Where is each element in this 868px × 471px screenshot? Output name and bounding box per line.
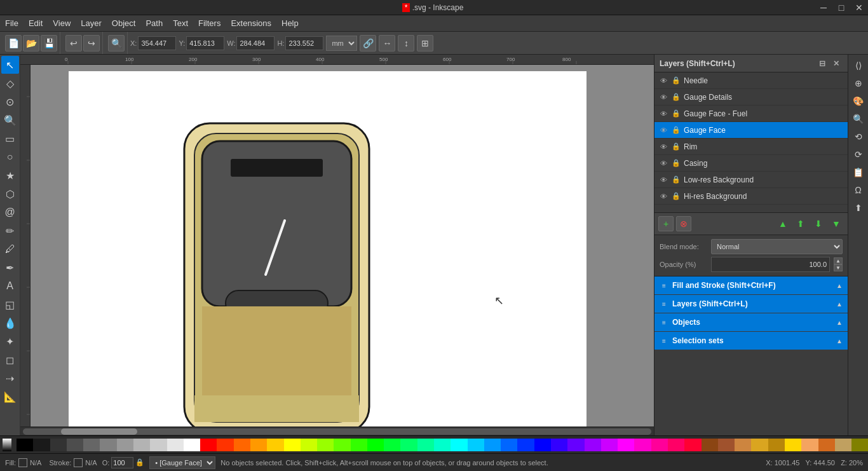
redo-history-button[interactable]: ⟳ xyxy=(850,146,867,163)
color-swatch[interactable] xyxy=(117,439,133,451)
symbols-button[interactable]: Ω xyxy=(850,182,867,198)
color-swatch[interactable] xyxy=(567,439,584,451)
menu-item-object[interactable]: Object xyxy=(107,17,141,29)
eraser-tool[interactable]: ◻ xyxy=(1,351,19,369)
layer-lock-toggle[interactable]: 🔒 xyxy=(671,175,681,185)
clipboard-button[interactable]: 📋 xyxy=(850,164,867,181)
color-swatch[interactable] xyxy=(133,439,150,451)
layer-lock-toggle[interactable]: 🔒 xyxy=(671,142,681,152)
menu-item-text[interactable]: Text xyxy=(168,17,193,29)
circle-tool[interactable]: ○ xyxy=(1,148,19,166)
move-layer-up-button[interactable]: ▲ xyxy=(775,216,790,231)
color-swatch[interactable] xyxy=(684,439,701,451)
undo-history-button[interactable]: ⟲ xyxy=(850,128,867,145)
panel-header-objects[interactable]: ≡Objects▲ xyxy=(654,313,848,331)
panel-header-layers[interactable]: ≡Layers (Shift+Ctrl+L)▲ xyxy=(654,295,848,313)
layer-row[interactable]: 👁🔒Low-res Background xyxy=(654,172,848,188)
color-swatch[interactable] xyxy=(17,439,33,451)
x-input[interactable] xyxy=(138,36,176,50)
layer-row[interactable]: 👁🔒Casing xyxy=(654,155,848,172)
color-swatch[interactable] xyxy=(317,439,334,451)
menu-item-filters[interactable]: Filters xyxy=(193,17,226,29)
color-swatch[interactable] xyxy=(400,439,417,451)
layer-visibility-toggle[interactable]: 👁 xyxy=(658,142,668,152)
layer-row[interactable]: 👁🔒Gauge Face xyxy=(654,122,848,139)
move-layer-down2-button[interactable]: ▼ xyxy=(829,216,844,231)
panel-expand-arrow[interactable]: ▲ xyxy=(836,301,843,308)
layer-lock-toggle[interactable]: 🔒 xyxy=(671,158,681,168)
current-layer-selector[interactable]: • [Gauge Face] xyxy=(149,456,215,469)
zoom-in-button[interactable]: 🔍 xyxy=(108,35,125,51)
color-swatch[interactable] xyxy=(801,439,818,451)
color-swatch[interactable] xyxy=(184,439,200,451)
export-button[interactable]: ⬆ xyxy=(850,200,867,216)
menu-item-view[interactable]: View xyxy=(48,17,76,29)
color-swatch[interactable] xyxy=(301,439,317,451)
gradient-tool[interactable]: ◱ xyxy=(1,296,19,313)
layer-visibility-toggle[interactable]: 👁 xyxy=(658,191,668,201)
w-input[interactable] xyxy=(236,36,275,50)
layer-row[interactable]: 👁🔒Rim xyxy=(654,139,848,155)
color-swatch[interactable] xyxy=(751,439,768,451)
color-swatch[interactable] xyxy=(585,439,601,451)
color-swatch[interactable] xyxy=(100,439,116,451)
color-swatch[interactable] xyxy=(785,439,801,451)
menu-item-extensions[interactable]: Extensions xyxy=(226,17,276,29)
measure-tool[interactable]: 📐 xyxy=(1,388,19,406)
layer-row[interactable]: 👁🔒Gauge Details xyxy=(654,89,848,106)
layer-lock-toggle[interactable]: 🔒 xyxy=(671,76,681,86)
unit-selector[interactable]: mm xyxy=(326,36,357,51)
layer-visibility-toggle[interactable]: 👁 xyxy=(658,92,668,102)
layer-row[interactable]: 👁🔒Gauge Face - Fuel xyxy=(654,106,848,122)
color-swatch[interactable] xyxy=(818,439,835,451)
calligraphy-tool[interactable]: ✒ xyxy=(1,259,19,276)
color-swatch[interactable] xyxy=(517,439,534,451)
dropper-tool[interactable]: 💧 xyxy=(1,314,19,332)
y-input[interactable] xyxy=(186,36,224,50)
layer-row[interactable]: 👁🔒Needle xyxy=(654,72,848,89)
color-swatch[interactable] xyxy=(200,439,217,451)
minimize-button[interactable]: ─ xyxy=(815,0,832,15)
lock-ratio-button[interactable]: 🔗 xyxy=(360,35,376,51)
blend-mode-select[interactable]: Normal xyxy=(711,239,843,254)
3d-tool[interactable]: ⬡ xyxy=(1,185,19,203)
zoom-tool[interactable]: 🔍 xyxy=(1,111,19,129)
open-button[interactable]: 📂 xyxy=(23,35,39,51)
layer-lock-toggle[interactable]: 🔒 xyxy=(671,92,681,102)
color-swatch[interactable] xyxy=(501,439,517,451)
color-swatch[interactable] xyxy=(468,439,484,451)
color-swatch[interactable] xyxy=(634,439,651,451)
color-swatch[interactable] xyxy=(384,439,400,451)
panel-expand-arrow[interactable]: ▲ xyxy=(836,319,843,326)
redo-button[interactable]: ↪ xyxy=(83,35,100,51)
color-swatch[interactable] xyxy=(150,439,166,451)
panel-expand-arrow[interactable]: ▲ xyxy=(836,338,843,345)
flip-v-button[interactable]: ↕ xyxy=(398,35,414,51)
layers-settings-button[interactable]: ⊟ xyxy=(816,57,829,70)
color-swatch[interactable] xyxy=(83,439,100,451)
menu-item-help[interactable]: Help xyxy=(276,17,304,29)
opacity-down-button[interactable]: ▼ xyxy=(834,264,843,271)
color-swatch[interactable] xyxy=(434,439,451,451)
maximize-button[interactable]: □ xyxy=(832,0,850,15)
select-tool[interactable]: ↖ xyxy=(1,56,19,74)
flip-h-button[interactable]: ↔ xyxy=(379,35,395,51)
color-swatch[interactable] xyxy=(367,439,384,451)
palette-button[interactable]: 🎨 xyxy=(850,93,867,109)
xml-editor-button[interactable]: ⟨⟩ xyxy=(850,57,867,74)
color-swatch[interactable] xyxy=(284,439,301,451)
opacity-status-input[interactable] xyxy=(111,457,133,468)
menu-item-file[interactable]: File xyxy=(0,17,24,29)
color-swatch[interactable] xyxy=(250,439,267,451)
spiral-tool[interactable]: @ xyxy=(1,203,19,221)
new-button[interactable]: 📄 xyxy=(5,35,22,51)
save-button[interactable]: 💾 xyxy=(41,35,57,51)
star-tool[interactable]: ★ xyxy=(1,167,19,184)
spray-tool[interactable]: ✦ xyxy=(1,332,19,350)
color-swatch[interactable] xyxy=(351,439,367,451)
fill-swatch[interactable] xyxy=(18,458,27,467)
opacity-up-button[interactable]: ▲ xyxy=(834,257,843,264)
layer-visibility-toggle[interactable]: 👁 xyxy=(658,158,668,168)
canvas[interactable]: ↖ xyxy=(31,65,654,427)
color-swatch[interactable] xyxy=(735,439,751,451)
